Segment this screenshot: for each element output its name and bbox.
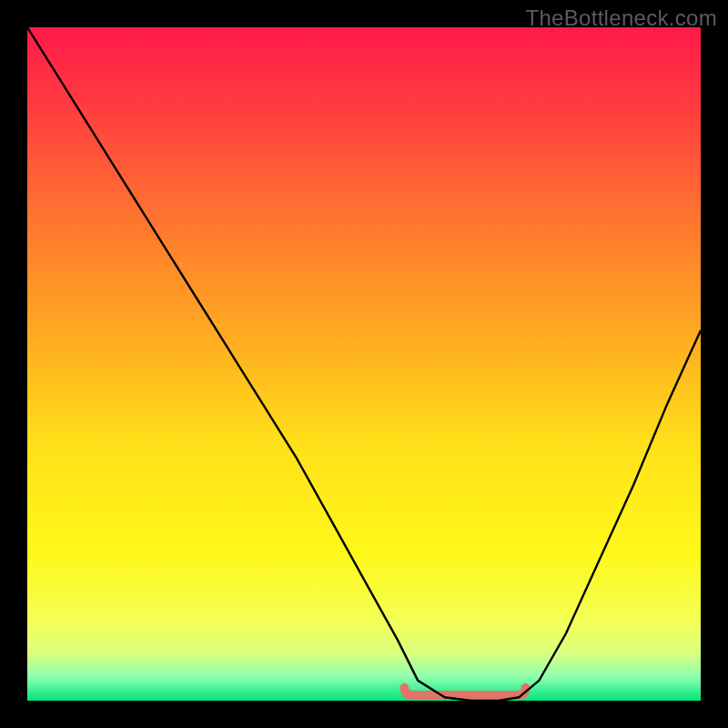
chart-frame: TheBottleneck.com <box>0 0 728 728</box>
bottleneck-chart <box>27 27 701 701</box>
plot-area <box>27 27 701 701</box>
gradient-background <box>27 27 701 701</box>
watermark-label: TheBottleneck.com <box>525 5 717 31</box>
